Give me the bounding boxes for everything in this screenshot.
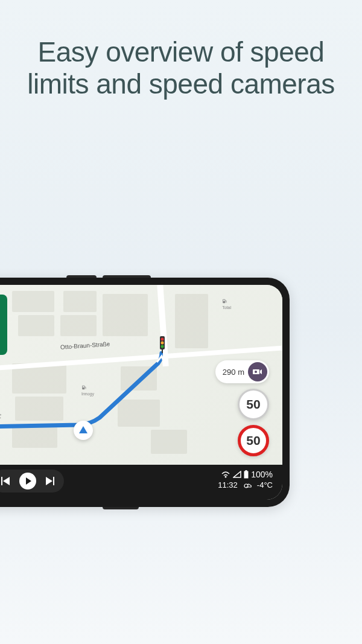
- phone-frame: Otto-Braun-Straße Total Innogy: [0, 278, 290, 507]
- fuel-station-icon: Total: [222, 298, 231, 310]
- map-building: [12, 291, 54, 312]
- map-building: [60, 315, 97, 336]
- play-button[interactable]: [19, 473, 36, 489]
- fuel-station-name: Innogy: [81, 392, 94, 396]
- phone-screen: Otto-Braun-Straße Total Innogy: [0, 285, 282, 500]
- map-view[interactable]: Otto-Braun-Straße Total Innogy: [0, 285, 282, 465]
- battery-icon: [244, 470, 249, 479]
- direction-panel[interactable]: [0, 295, 7, 355]
- fuel-station-name: Total: [222, 305, 231, 310]
- camera-distance-label: 290 m: [223, 368, 244, 377]
- gps-location-marker[interactable]: [74, 421, 93, 440]
- signal-icon: [233, 471, 241, 478]
- street-name-label: Otto-Braun-Straße: [60, 340, 110, 351]
- map-building: [63, 291, 97, 312]
- camera-icon: [248, 362, 267, 381]
- map-building: [15, 397, 63, 421]
- fuel-station-icon: Innogy: [81, 384, 94, 396]
- svg-rect-12: [53, 477, 54, 485]
- map-building: [175, 294, 208, 348]
- traffic-light-icon: [159, 336, 166, 353]
- map-building: [151, 430, 187, 454]
- speed-limit-sign: 50: [238, 389, 269, 420]
- svg-point-7: [161, 345, 164, 348]
- map-building: [12, 427, 57, 448]
- svg-point-10: [255, 371, 257, 373]
- svg-point-6: [161, 342, 164, 345]
- layers-button[interactable]: [0, 410, 2, 424]
- status-bar: 100% 11:32 -4°C: [0, 465, 282, 500]
- svg-rect-1: [223, 300, 225, 302]
- battery-percentage: 100%: [251, 470, 273, 479]
- svg-point-5: [161, 338, 164, 341]
- clock-time: 11:32: [218, 480, 238, 489]
- phone-mockup: Otto-Braun-Straße Total Innogy: [0, 278, 290, 507]
- next-track-button[interactable]: [45, 477, 54, 485]
- map-building: [103, 294, 148, 336]
- media-controls: [0, 470, 64, 493]
- speed-camera-alert[interactable]: 290 m: [215, 360, 269, 383]
- svg-rect-11: [1, 477, 2, 485]
- svg-rect-8: [162, 349, 163, 353]
- temperature: -4°C: [257, 480, 273, 489]
- map-building: [18, 315, 54, 336]
- svg-rect-3: [83, 386, 84, 388]
- weather-icon: [243, 482, 252, 489]
- current-speed-sign: 50: [238, 425, 269, 456]
- phone-hardware-button: [103, 507, 139, 509]
- marketing-headline: Easy overview of speed limits and speed …: [0, 0, 362, 100]
- svg-point-13: [225, 476, 227, 478]
- svg-rect-15: [246, 470, 247, 471]
- svg-rect-14: [244, 471, 248, 478]
- direction-arrow-icon: [79, 426, 87, 433]
- previous-track-button[interactable]: [1, 477, 11, 485]
- map-building: [118, 400, 160, 427]
- wifi-icon: [221, 471, 230, 478]
- map-building: [121, 366, 157, 391]
